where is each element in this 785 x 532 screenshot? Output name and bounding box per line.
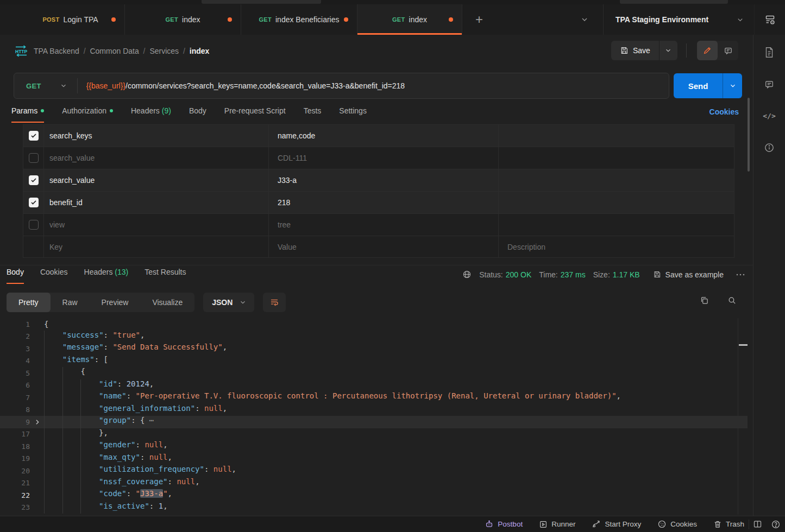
code-line[interactable]: 22"code": "J33-a", (0, 489, 748, 502)
editor-edge-line (738, 318, 738, 515)
view-pretty[interactable]: Pretty (7, 293, 51, 312)
request-tab[interactable]: GETindex Beneficiaries (241, 4, 357, 35)
method-selector[interactable]: GET (14, 82, 77, 90)
tab-overflow-chevron-icon[interactable] (580, 4, 603, 35)
view-raw[interactable]: Raw (51, 293, 90, 312)
code-line[interactable]: 1{ (0, 318, 748, 331)
request-tab[interactable]: POSTLogin TPA (16, 4, 125, 35)
url-input[interactable]: {{base_url}}/common/services?search_keys… (78, 81, 405, 90)
request-tab[interactable]: GETindex (125, 4, 241, 35)
code-snippet-icon[interactable]: </> (763, 112, 775, 120)
param-description-cell[interactable] (498, 169, 734, 191)
tab-headers[interactable]: Headers (9) (131, 106, 171, 122)
tab-settings[interactable]: Settings (339, 106, 367, 122)
code-line[interactable]: 8"general_information": null, (0, 404, 748, 416)
param-key-cell[interactable]: search_value (43, 169, 268, 191)
fold-chevron-icon[interactable] (30, 419, 44, 426)
response-body-json[interactable]: 1{2"success": "true",3"message": "Send D… (0, 318, 748, 516)
breadcrumb-item[interactable]: TPA Backend (34, 47, 79, 55)
param-key-cell[interactable]: view (43, 214, 268, 236)
postbot-button[interactable]: Postbot (485, 520, 523, 529)
param-checkbox[interactable] (29, 153, 39, 163)
param-value-cell[interactable]: Value (268, 236, 498, 257)
code-line[interactable]: 18"gender": null, (0, 440, 748, 453)
code-line[interactable]: 23"is_active": 1, (0, 502, 748, 514)
environment-selector[interactable]: TPA Staging Environment (603, 4, 754, 35)
param-key-cell[interactable]: benefit_id (43, 192, 268, 213)
new-tab-button[interactable]: + (462, 4, 496, 35)
response-size[interactable]: Size: 1.17 KB (593, 270, 640, 279)
tab-params[interactable]: Params (11, 106, 44, 123)
code-line[interactable]: 19"max_qty": null, (0, 453, 748, 465)
trash-button[interactable]: Trash (713, 520, 744, 529)
param-checkbox[interactable] (29, 220, 39, 230)
save-as-example-button[interactable]: Save as example (653, 270, 724, 279)
documentation-icon[interactable] (764, 47, 775, 58)
param-key-cell[interactable]: search_value (43, 147, 268, 169)
response-time[interactable]: Time: 237 ms (539, 270, 585, 279)
response-tab-body[interactable]: Body (7, 268, 24, 284)
param-value-cell[interactable]: J33-a (268, 169, 498, 191)
response-tab-headers[interactable]: Headers (13) (84, 268, 129, 283)
cookies-button[interactable]: Cookies (657, 520, 697, 529)
param-value-cell[interactable]: CDL-111 (268, 147, 498, 169)
param-key-cell[interactable]: search_keys (43, 125, 268, 147)
help-icon[interactable] (771, 520, 781, 529)
wrap-lines-button[interactable] (263, 293, 286, 312)
code-line[interactable]: 20"utilization_frequency": null, (0, 465, 748, 477)
param-description-cell[interactable] (498, 125, 734, 147)
param-description-cell[interactable] (498, 192, 734, 213)
editor-scrollbar-thumb[interactable] (739, 344, 748, 346)
comment-button[interactable] (718, 41, 738, 60)
request-option-tabs: ParamsAuthorizationHeaders (9)BodyPre-re… (0, 106, 753, 124)
start-proxy-button[interactable]: Start Proxy (592, 520, 641, 529)
runner-button[interactable]: Runner (539, 520, 575, 529)
params-scrollbar[interactable] (748, 98, 750, 172)
param-description-cell[interactable] (498, 147, 734, 169)
code-line[interactable]: 2"success": "true", (0, 331, 748, 343)
response-tab-cookies[interactable]: Cookies (40, 268, 68, 283)
param-key-cell[interactable]: Key (43, 236, 268, 257)
code-line[interactable]: 5{ (0, 367, 748, 379)
code-line[interactable]: 7"name": "Per-operative T.V. fluoroscopi… (0, 391, 748, 404)
layout-panels-icon[interactable] (753, 520, 762, 529)
format-selector[interactable]: JSON (203, 293, 254, 312)
tab-tests[interactable]: Tests (304, 106, 322, 122)
param-checkbox[interactable] (29, 131, 39, 141)
search-icon[interactable] (727, 296, 737, 305)
code-line[interactable]: 21"nssf_coverage": null, (0, 477, 748, 490)
copy-icon[interactable] (700, 296, 709, 305)
environment-quick-look-button[interactable] (754, 4, 785, 35)
param-value-cell[interactable]: tree (268, 214, 498, 236)
code-line[interactable]: 3"message": "Send Data Successfully", (0, 343, 748, 355)
param-checkbox[interactable] (29, 175, 39, 185)
response-more-actions-icon[interactable] (736, 272, 745, 277)
tab-authorization[interactable]: Authorization (62, 106, 113, 122)
info-icon[interactable] (764, 142, 775, 153)
code-line[interactable]: 4"items": [ (0, 355, 748, 368)
code-line[interactable]: 17}, (0, 428, 748, 441)
send-options-chevron[interactable] (723, 73, 742, 98)
param-value-cell[interactable]: 218 (268, 192, 498, 213)
param-value-cell[interactable]: name,code (268, 125, 498, 147)
send-button[interactable]: Send (674, 73, 723, 98)
request-tab[interactable]: GETindex (357, 4, 462, 35)
param-description-cell[interactable] (498, 214, 734, 236)
tab-body[interactable]: Body (189, 106, 206, 122)
response-status[interactable]: Status: 200 OK (479, 270, 531, 279)
view-visualize[interactable]: Visualize (140, 293, 194, 312)
code-line[interactable]: 6"id": 20124, (0, 379, 748, 392)
code-line[interactable]: 9"group": { ⋯ (0, 416, 748, 428)
param-description-cell[interactable]: Description (498, 236, 734, 257)
save-options-chevron[interactable] (659, 41, 677, 60)
response-tab-test-results[interactable]: Test Results (145, 268, 186, 283)
save-button[interactable]: Save (611, 41, 659, 60)
tab-pre-request-script[interactable]: Pre-request Script (224, 106, 286, 122)
view-preview[interactable]: Preview (90, 293, 141, 312)
cookies-link[interactable]: Cookies (709, 107, 739, 116)
rename-pencil-button[interactable] (697, 41, 718, 60)
param-checkbox[interactable] (29, 198, 39, 207)
breadcrumb-item[interactable]: Services (149, 47, 179, 55)
comments-icon[interactable] (764, 79, 775, 90)
breadcrumb-item[interactable]: Common Data (90, 47, 139, 55)
